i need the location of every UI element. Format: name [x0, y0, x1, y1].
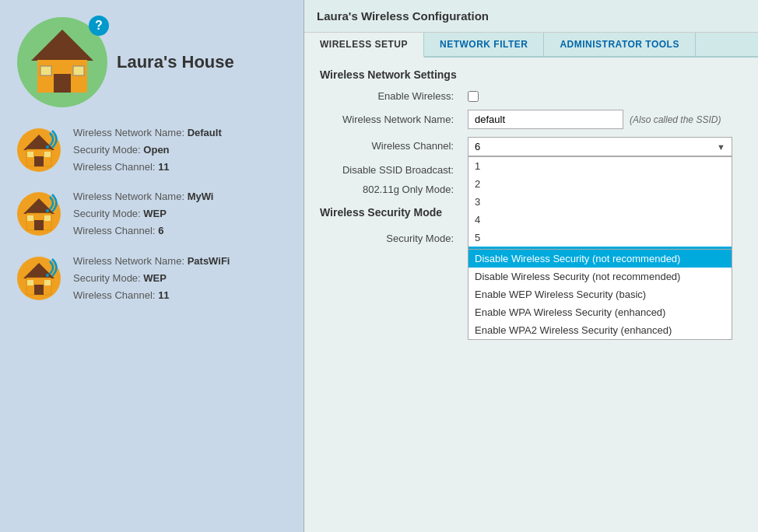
enable-wireless-checkbox[interactable]	[468, 91, 479, 102]
net1-channel-value: 11	[158, 161, 169, 173]
channel-label: Wireless Channel:	[320, 137, 460, 152]
channel-option-4[interactable]: 4	[468, 211, 732, 229]
svg-rect-3	[54, 74, 71, 93]
svg-point-26	[46, 274, 49, 277]
svg-rect-18	[44, 215, 51, 221]
question-badge[interactable]: ?	[89, 16, 109, 36]
channel-option-3[interactable]: 3	[468, 193, 732, 211]
network-icon-3	[16, 255, 62, 302]
net2-channel-label: Wireless Channel:	[73, 225, 156, 236]
ssid-note: (Also called the SSID)	[630, 114, 721, 125]
wireless-settings-title: Wireless Network Settings	[320, 68, 742, 81]
network-info-1: Wireless Network Name: Default Security …	[73, 124, 222, 176]
house-icon-large: ?	[16, 16, 109, 109]
svg-rect-16	[34, 220, 44, 230]
channel-dropdown[interactable]: 6 ▼ 1 2 3 4 5 6 7 8 9 10 11	[468, 137, 732, 156]
svg-rect-4	[40, 66, 51, 75]
security-mode-label: Security Mode:	[320, 229, 460, 244]
svg-point-19	[46, 209, 49, 212]
channel-control: 6 ▼ 1 2 3 4 5 6 7 8 9 10 11	[468, 137, 742, 156]
security-option-1[interactable]: Disable Wireless Security (not recommend…	[468, 268, 732, 285]
enable-wireless-row: Enable Wireless:	[320, 90, 742, 102]
network-name-control: (Also called the SSID)	[468, 110, 742, 129]
tab-bar: WIRELESS SETUP NETWORK FILTER ADMINISTRA…	[304, 33, 758, 58]
net1-security-label: Security Mode:	[73, 144, 141, 156]
security-dropdown-list: Disable Wireless Security (not recommend…	[468, 249, 732, 340]
list-item: Wireless Network Name: PatsWiFi Security…	[16, 253, 288, 304]
network-name-label: Wireless Network Name:	[320, 114, 460, 125]
tab-network-filter[interactable]: NETWORK FILTER	[424, 33, 544, 56]
channel-option-2[interactable]: 2	[468, 175, 732, 193]
house-header: ? Laura's House	[16, 16, 234, 109]
channel-selected-value: 6	[475, 141, 480, 152]
svg-rect-24	[27, 280, 33, 285]
network-info-2: Wireless Network Name: MyWi Security Mod…	[73, 188, 213, 240]
svg-rect-25	[44, 280, 51, 285]
net1-name-value: Default	[188, 127, 222, 138]
chevron-down-icon: ▼	[717, 142, 725, 152]
net1-name-label: Wireless Network Name:	[73, 127, 184, 138]
house-title: Laura's House	[117, 52, 234, 72]
mode-label: 802.11g Only Mode:	[320, 184, 460, 195]
network-icon-2	[16, 191, 62, 237]
net2-security-label: Security Mode:	[73, 208, 141, 219]
right-panel: Laura's Wireless Configuration WIRELESS …	[304, 0, 758, 532]
security-option-0[interactable]: Disable Wireless Security (not recommend…	[468, 250, 732, 268]
list-item: Wireless Network Name: MyWi Security Mod…	[16, 188, 288, 240]
network-name-row: Wireless Network Name: (Also called the …	[320, 110, 742, 129]
net3-channel-value: 11	[158, 289, 169, 301]
svg-rect-17	[27, 215, 33, 221]
network-name-input[interactable]	[468, 110, 623, 129]
svg-rect-23	[34, 285, 44, 295]
net2-name-label: Wireless Network Name:	[73, 191, 184, 202]
network-info-3: Wireless Network Name: PatsWiFi Security…	[73, 253, 230, 304]
channel-selected[interactable]: 6 ▼	[468, 137, 732, 156]
panel-title: Laura's Wireless Configuration	[304, 0, 758, 33]
security-option-4[interactable]: Enable WPA2 Wireless Security (enhanced)	[468, 321, 732, 339]
net3-name-value: PatsWiFi	[188, 255, 230, 267]
net2-channel-value: 6	[158, 225, 163, 236]
house-network-svg-1	[16, 127, 62, 173]
tab-admin-tools[interactable]: ADMINISTRATOR TOOLS	[544, 33, 696, 56]
left-panel: ? Laura's House	[0, 0, 304, 532]
house-network-svg-3	[16, 255, 62, 302]
net3-name-label: Wireless Network Name:	[73, 255, 184, 267]
net3-security-label: Security Mode:	[73, 272, 141, 284]
panel-content: Wireless Network Settings Enable Wireles…	[304, 58, 758, 532]
net1-security-value: Open	[143, 144, 169, 156]
svg-rect-11	[44, 152, 51, 157]
network-icon-1	[16, 127, 62, 173]
house-network-svg-2	[16, 191, 62, 237]
ssid-broadcast-label: Disable SSID Broadcast:	[320, 164, 460, 176]
svg-point-12	[46, 145, 49, 149]
svg-rect-5	[73, 66, 84, 75]
tab-wireless-setup[interactable]: WIRELESS SETUP	[304, 33, 424, 58]
network-list: Wireless Network Name: Default Security …	[16, 124, 288, 304]
channel-row: Wireless Channel: 6 ▼ 1 2 3 4 5 6 7	[320, 137, 742, 156]
svg-rect-9	[34, 156, 44, 166]
enable-wireless-control	[468, 91, 742, 102]
channel-option-1[interactable]: 1	[468, 157, 732, 175]
net3-security-value: WEP	[143, 272, 167, 284]
security-option-3[interactable]: Enable WPA Wireless Security (enhanced)	[468, 303, 732, 321]
net1-channel-label: Wireless Channel:	[73, 161, 156, 173]
net3-channel-label: Wireless Channel:	[73, 289, 156, 301]
svg-rect-10	[27, 152, 33, 157]
security-option-2[interactable]: Enable WEP Wireless Security (basic)	[468, 285, 732, 303]
enable-wireless-label: Enable Wireless:	[320, 90, 460, 102]
net2-name-value: MyWi	[188, 191, 214, 202]
list-item: Wireless Network Name: Default Security …	[16, 124, 288, 176]
net2-security-value: WEP	[143, 208, 167, 219]
channel-option-5[interactable]: 5	[468, 229, 732, 247]
